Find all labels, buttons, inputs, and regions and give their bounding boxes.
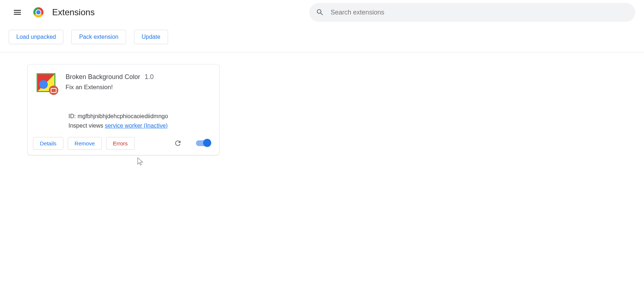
search-input[interactable] [330, 8, 629, 17]
extension-name: Broken Background Color [66, 73, 140, 81]
card-title-block: Broken Background Color 1.0 Fix an Exten… [66, 73, 154, 91]
enable-toggle[interactable] [196, 140, 210, 146]
id-label: ID: [68, 113, 78, 119]
hamburger-icon [13, 8, 22, 17]
extension-id-row: ID: mgfbhjnibhjdehcphiocaoiediidmngo [68, 112, 210, 121]
inspect-label: Inspect views [68, 123, 105, 129]
toggle-knob [203, 139, 211, 147]
inspect-service-worker-link[interactable]: service worker (Inactive) [105, 123, 167, 129]
extension-id: mgfbhjnibhjdehcphiocaoiediidmngo [78, 113, 168, 119]
search-icon [316, 8, 324, 17]
extensions-list: Broken Background Color 1.0 Fix an Exten… [0, 53, 644, 167]
errors-button[interactable]: Errors [106, 137, 135, 150]
card-meta: ID: mgfbhjnibhjdehcphiocaoiediidmngo Ins… [28, 103, 219, 130]
reload-icon [174, 139, 182, 147]
menu-button[interactable] [9, 4, 26, 21]
page-title: Extensions [51, 7, 95, 17]
update-button[interactable]: Update [134, 30, 168, 44]
extension-description: Fix an Extension! [66, 84, 154, 91]
card-header: Broken Background Color 1.0 Fix an Exten… [28, 65, 219, 92]
extension-version: 1.0 [145, 73, 154, 81]
reload-button[interactable] [171, 137, 184, 150]
inspect-views-row: Inspect views service worker (Inactive) [68, 121, 210, 130]
details-button[interactable]: Details [33, 137, 63, 150]
camera-badge-icon [49, 86, 58, 95]
pack-extension-button[interactable]: Pack extension [71, 30, 126, 44]
header-bar: Extensions [0, 0, 644, 22]
remove-button[interactable]: Remove [68, 137, 102, 150]
card-actions: Details Remove Errors [28, 130, 219, 155]
search-box[interactable] [309, 3, 635, 22]
load-unpacked-button[interactable]: Load unpacked [9, 30, 63, 44]
extension-icon [37, 73, 55, 92]
extension-card: Broken Background Color 1.0 Fix an Exten… [28, 64, 219, 155]
toolbar: Load unpacked Pack extension Update [0, 22, 644, 53]
search-container [309, 3, 635, 22]
chrome-logo-icon [33, 7, 43, 17]
